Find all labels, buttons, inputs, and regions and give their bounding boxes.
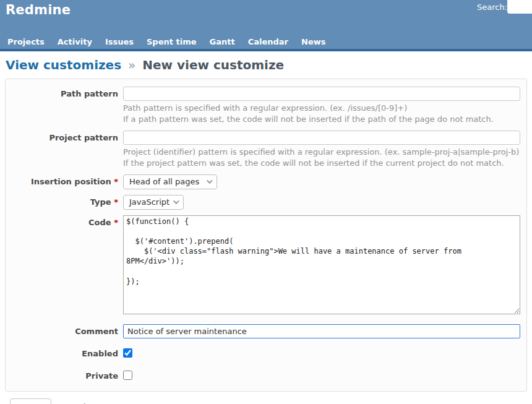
code-row: Code * — [6, 215, 526, 317]
required-mark: * — [114, 218, 118, 227]
comment-input[interactable] — [123, 324, 520, 338]
chevron-down-icon — [173, 198, 179, 204]
required-mark: * — [114, 177, 118, 186]
nav-item-news[interactable]: News — [301, 37, 325, 46]
private-row: Private — [6, 369, 526, 382]
insertion-position-label: Insertion position * — [6, 174, 123, 189]
search-input[interactable] — [507, 0, 532, 14]
private-label: Private — [6, 369, 123, 382]
code-label: Code * — [6, 215, 123, 317]
path-pattern-help-1: Path pattern is specified with a regular… — [123, 103, 520, 114]
project-pattern-help-1: Project (identifier) pattern is specifie… — [123, 147, 520, 158]
page-title: View customizes » New view customize — [6, 58, 527, 72]
project-pattern-input[interactable] — [123, 131, 520, 145]
main-menu: Projects Activity Issues Spent time Gant… — [0, 34, 532, 49]
page-content: View customizes » New view customize Pat… — [0, 51, 532, 404]
breadcrumb-link[interactable]: View customizes — [6, 58, 121, 72]
nav-item-projects[interactable]: Projects — [7, 37, 45, 46]
chevron-down-icon — [207, 178, 213, 184]
cancel-link[interactable]: Cancel — [58, 402, 85, 404]
path-pattern-row: Path pattern Path pattern is specified w… — [6, 87, 526, 125]
type-select[interactable]: JavaScript — [123, 195, 184, 210]
enabled-label: Enabled — [6, 346, 123, 360]
path-pattern-label: Path pattern — [6, 87, 123, 125]
nav-item-activity[interactable]: Activity — [58, 37, 92, 46]
page-title-text: New view customize — [142, 58, 284, 72]
create-button[interactable]: Create — [10, 398, 51, 404]
nav-item-calendar[interactable]: Calendar — [248, 37, 288, 46]
code-textarea[interactable] — [123, 215, 520, 314]
insertion-position-row: Insertion position * Head of all pages — [6, 174, 526, 189]
enabled-row: Enabled — [6, 346, 526, 360]
path-pattern-input[interactable] — [123, 87, 520, 101]
search-label: Search: — [477, 2, 507, 12]
project-pattern-help-2: If the project pattern was set, the code… — [123, 158, 520, 169]
nav-item-gantt[interactable]: Gantt — [210, 37, 235, 46]
form-box: Path pattern Path pattern is specified w… — [5, 79, 527, 392]
comment-row: Comment — [6, 324, 526, 338]
private-checkbox[interactable] — [123, 371, 132, 380]
app-header: Redmine Search: — [0, 0, 532, 34]
type-label: Type * — [6, 195, 123, 210]
enabled-checkbox[interactable] — [123, 348, 132, 358]
breadcrumb-separator: » — [126, 58, 138, 72]
comment-label: Comment — [6, 324, 123, 338]
app-logo[interactable]: Redmine — [0, 0, 532, 17]
form-actions: Create Cancel — [10, 398, 527, 404]
project-pattern-label: Project pattern — [6, 131, 123, 169]
required-mark: * — [114, 197, 118, 207]
insertion-position-select[interactable]: Head of all pages — [123, 174, 217, 189]
project-pattern-row: Project pattern Project (identifier) pat… — [6, 131, 526, 169]
nav-item-spent-time[interactable]: Spent time — [147, 37, 197, 46]
type-row: Type * JavaScript — [6, 195, 526, 210]
nav-item-issues[interactable]: Issues — [105, 37, 134, 46]
path-pattern-help-2: If a path pattern was set, the code will… — [123, 114, 520, 125]
